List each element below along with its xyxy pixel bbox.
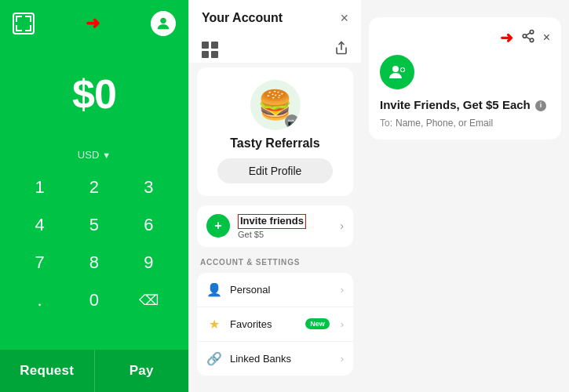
invite-text: Invite friends Get $5: [238, 213, 332, 239]
svg-point-7: [392, 66, 399, 72]
linked-banks-chevron-icon: ›: [341, 353, 344, 365]
settings-section: ACCOUNT & SETTINGS: [189, 252, 361, 273]
settings-item-personal[interactable]: 👤 Personal ›: [197, 273, 353, 307]
invite-card: ➜ ×: [369, 17, 561, 140]
key-8[interactable]: 8: [73, 245, 115, 280]
invite-to-row: To:: [380, 118, 550, 129]
account-title: Your Account: [202, 11, 283, 25]
invite-to-input[interactable]: [396, 118, 550, 129]
invite-chevron-icon: ›: [340, 220, 344, 232]
close-button[interactable]: ×: [340, 11, 348, 25]
favorites-chevron-icon: ›: [341, 318, 344, 330]
invite-panel: ➜ ×: [361, 0, 569, 392]
linked-banks-icon: 🔗: [206, 351, 222, 366]
key-7[interactable]: 7: [19, 245, 61, 280]
favorites-icon: ★: [206, 317, 222, 332]
request-button[interactable]: Request: [0, 350, 94, 392]
info-icon[interactable]: i: [535, 100, 546, 111]
svg-point-0: [160, 18, 166, 24]
key-backspace[interactable]: ⌫: [127, 283, 170, 318]
scan-icon[interactable]: [13, 13, 35, 34]
numpad-row-1: 1 2 3: [13, 170, 176, 205]
key-6[interactable]: 6: [127, 208, 170, 242]
edit-profile-button[interactable]: Edit Profile: [217, 158, 334, 183]
svg-line-6: [526, 33, 530, 35]
account-header: Your Account ×: [189, 0, 361, 33]
invite-subtitle: Get $5: [238, 230, 332, 239]
currency-selector[interactable]: USD ▼: [78, 149, 111, 161]
linked-banks-label: Linked Banks: [230, 353, 333, 365]
key-0[interactable]: 0: [73, 283, 115, 318]
svg-line-5: [526, 37, 530, 39]
invite-card-avatar-icon: [380, 55, 414, 89]
cash-bottom-buttons: Request Pay: [0, 350, 188, 392]
numpad-row-2: 4 5 6: [13, 208, 176, 242]
invite-card-topbar: ➜ ×: [380, 28, 550, 47]
personal-icon: 👤: [206, 282, 222, 297]
favorites-badge: New: [305, 318, 330, 329]
cash-top-bar: ➜: [0, 0, 188, 47]
settings-list: 👤 Personal › ★ Favorites New › 🔗 Linked …: [197, 273, 353, 376]
key-3[interactable]: 3: [127, 170, 170, 205]
numpad-row-4: . 0 ⌫: [13, 283, 176, 318]
numpad: 1 2 3 4 5 6 7 8 9 . 0 ⌫: [0, 170, 188, 321]
personal-label: Personal: [230, 284, 333, 296]
profile-card: 🍔 📷 Tasty Referrals Edit Profile: [197, 67, 353, 196]
key-9[interactable]: 9: [127, 245, 170, 280]
key-2[interactable]: 2: [73, 170, 115, 205]
invite-card-close-button[interactable]: ×: [543, 31, 550, 45]
settings-item-favorites[interactable]: ★ Favorites New ›: [197, 307, 353, 342]
invite-card-title: Invite Friends, Get $5 Each i: [380, 97, 550, 113]
account-top-actions: [189, 33, 361, 63]
profile-name: Tasty Referrals: [230, 136, 319, 151]
numpad-row-3: 7 8 9: [13, 245, 176, 280]
grid-icon[interactable]: [202, 42, 219, 58]
invite-share-icon[interactable]: [521, 29, 535, 46]
personal-chevron-icon: ›: [341, 284, 344, 296]
invite-title: Invite friends: [238, 214, 306, 229]
camera-badge-icon: 📷: [285, 114, 299, 129]
currency-chevron: ▼: [102, 151, 111, 160]
account-panel: Your Account × 🍔: [188, 0, 361, 392]
share-icon[interactable]: [334, 41, 348, 58]
key-4[interactable]: 4: [19, 208, 61, 242]
settings-item-linked-banks[interactable]: 🔗 Linked Banks ›: [197, 342, 353, 376]
settings-section-label: ACCOUNT & SETTINGS: [200, 258, 350, 267]
annotation-arrow-right: ➜: [86, 15, 100, 32]
invite-icon: +: [206, 214, 230, 238]
key-5[interactable]: 5: [73, 208, 115, 242]
annotation-arrow-invite: ➜: [500, 28, 513, 47]
balance-display: $0: [72, 71, 116, 118]
invite-friends-row[interactable]: + Invite friends Get $5 ›: [197, 205, 353, 247]
profile-avatar: 🍔 📷: [250, 80, 301, 130]
cash-panel: ➜ $0 USD ▼ 1 2 3 4 5 6: [0, 0, 188, 392]
invite-to-label: To:: [380, 118, 392, 129]
favorites-label: Favorites: [230, 318, 297, 330]
avatar-top[interactable]: [151, 11, 176, 36]
app-container: ➜ $0 USD ▼ 1 2 3 4 5 6: [0, 0, 569, 392]
currency-label: USD: [78, 149, 99, 161]
key-1[interactable]: 1: [19, 170, 61, 205]
pay-button[interactable]: Pay: [94, 350, 189, 392]
key-dot[interactable]: .: [19, 283, 61, 318]
